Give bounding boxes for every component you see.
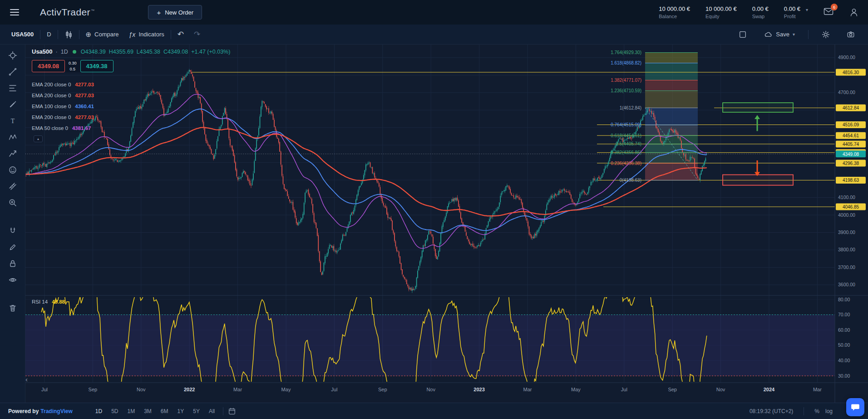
edit-tool-icon[interactable]	[5, 241, 20, 254]
range-1y[interactable]: 1Y	[174, 407, 188, 416]
account-summary: 10 000.00 € Balance 10 000.00 € Equity 0…	[659, 5, 859, 19]
price-axis-tag[interactable]: 4816.30	[836, 69, 866, 76]
drawing-tools-sidebar: T	[0, 45, 25, 403]
notification-badge: 6	[831, 4, 838, 10]
price-axis-tag[interactable]: 4198.63	[836, 177, 866, 184]
chart-type-button[interactable]	[59, 30, 78, 39]
timeframe-selector[interactable]: D	[42, 31, 56, 38]
forecast-tool-icon[interactable]	[5, 147, 20, 160]
fib-retracement-tool-icon[interactable]	[5, 82, 20, 95]
indicator-row[interactable]: EMA 100 close 04360.41	[32, 101, 94, 112]
fib-level-label: 1.764(4929.30)	[611, 50, 641, 55]
save-layout-button[interactable]: Save ▾	[759, 30, 800, 39]
go-to-date-button[interactable]	[228, 407, 236, 415]
emoji-tool-icon[interactable]	[5, 164, 20, 176]
down-arrow-annotation[interactable]	[755, 160, 760, 176]
supply-zone-rect[interactable]	[723, 103, 793, 112]
measure-tool-icon[interactable]	[5, 180, 20, 193]
ema-lines[interactable]	[26, 95, 707, 249]
notifications-button[interactable]: 6	[824, 7, 833, 17]
spread-indicator: 0.30 0.5	[65, 60, 80, 72]
demand-zone-rect[interactable]	[723, 175, 793, 185]
indicator-row[interactable]: EMA 200 close 04277.03	[32, 112, 94, 123]
ema-200-line	[26, 128, 707, 216]
xabcd-pattern-tool-icon[interactable]	[5, 131, 20, 144]
candlesticks[interactable]	[26, 69, 707, 293]
chart-area[interactable]: 1.764(4929.30)1.618(4868.82)1.382(4771.0…	[25, 45, 868, 403]
calendar-icon	[228, 407, 236, 415]
svg-text:4454.61: 4454.61	[843, 133, 859, 138]
log-scale-toggle[interactable]: log	[825, 408, 833, 414]
time-axis-label: Nov	[426, 387, 435, 392]
price-axis-tag[interactable]: 4349.08	[836, 150, 866, 157]
indicator-row[interactable]: EMA 50 close 04381.67	[32, 123, 94, 134]
clock[interactable]: 08:19:32 (UTC+2)	[750, 408, 793, 414]
trash-tool-icon[interactable]	[5, 302, 20, 314]
indicator-row[interactable]: EMA 200 close 04277.03	[32, 90, 94, 101]
fib-retracement-bands[interactable]	[645, 53, 698, 180]
price-axis-tick: 4700.00	[838, 90, 855, 95]
undo-icon[interactable]: ↶	[173, 30, 189, 39]
user-menu-button[interactable]	[849, 7, 859, 17]
settings-button[interactable]	[817, 30, 835, 39]
svg-text:4405.74: 4405.74	[843, 142, 859, 147]
layout-button[interactable]	[734, 30, 752, 39]
collapse-panel-handle[interactable]: ‹	[25, 375, 28, 383]
redo-icon[interactable]: ↷	[189, 30, 205, 39]
rsi-legend[interactable]: RSI 14 48.88	[32, 299, 65, 304]
text-tool-icon[interactable]: T	[5, 115, 20, 127]
price-axis-tag[interactable]: 4405.74	[836, 140, 866, 147]
time-axis-label: Nov	[716, 387, 725, 392]
market-open-indicator	[73, 50, 76, 54]
price-chart-canvas[interactable]: 1.764(4929.30)1.618(4868.82)1.382(4771.0…	[25, 45, 868, 403]
zoom-in-tool-icon[interactable]	[5, 196, 20, 209]
eye-tool-icon[interactable]	[5, 274, 20, 286]
sell-button[interactable]: 4349.08	[32, 60, 65, 72]
screenshot-button[interactable]	[842, 30, 860, 39]
range-3m[interactable]: 3M	[140, 407, 155, 416]
chart-legend[interactable]: Usa500 · 1D O4348.39 H4355.69 L4345.38 C…	[32, 48, 230, 55]
new-order-button[interactable]: + New Order	[148, 5, 202, 20]
range-1d[interactable]: 1D	[92, 407, 106, 416]
indicator-row[interactable]: EMA 200 close 04277.03	[32, 79, 94, 90]
up-arrow-annotation[interactable]	[755, 115, 760, 131]
range-5d[interactable]: 5D	[108, 407, 122, 416]
range-6m[interactable]: 6M	[157, 407, 172, 416]
trend-line-tool-icon[interactable]	[5, 65, 20, 78]
fib-level-label: 0(4198.63)	[620, 178, 641, 183]
svg-text:4198.63: 4198.63	[843, 178, 859, 183]
price-axis-tag[interactable]: 4516.09	[836, 121, 866, 128]
svg-text:4349.08: 4349.08	[843, 152, 859, 157]
compare-button[interactable]: ⊕ Compare	[81, 31, 124, 38]
bottom-bar: Powered byTradingView 1D 5D 1M 3M 6M 1Y …	[0, 403, 868, 419]
price-axis-tag[interactable]: 4296.38	[836, 160, 866, 167]
date-range-switcher: 1D 5D 1M 3M 6M 1Y 5Y All	[92, 407, 218, 416]
brush-tool-icon[interactable]	[5, 98, 20, 111]
range-5y[interactable]: 5Y	[189, 407, 203, 416]
account-dropdown-icon[interactable]: ▾	[806, 7, 808, 12]
time-axis-label: Mar	[813, 387, 822, 392]
menu-icon[interactable]	[10, 9, 19, 15]
percent-scale-toggle[interactable]: %	[814, 408, 819, 414]
lock-tool-icon[interactable]	[5, 257, 20, 270]
time-axis-label: May	[281, 387, 291, 392]
range-1m[interactable]: 1M	[124, 407, 139, 416]
range-all[interactable]: All	[205, 407, 218, 416]
time-axis[interactable]: JulSepNov2022MarMayJulSepNov2023MarMayJu…	[41, 387, 822, 392]
price-axis-tag[interactable]: 4046.85	[836, 204, 866, 210]
cloud-save-icon	[764, 30, 773, 39]
tradingview-link[interactable]: TradingView	[40, 408, 72, 414]
crosshair-tool-icon[interactable]	[5, 49, 20, 62]
price-axis-tick: 3700.00	[838, 264, 855, 270]
collapse-indicators-button[interactable]: ▴	[34, 135, 43, 142]
live-chat-button[interactable]	[846, 398, 864, 416]
buy-button[interactable]: 4349.38	[80, 60, 113, 72]
activtrader-app: ActivTrader™ + New Order 10 000.00 € Bal…	[0, 0, 868, 419]
legend-symbol: Usa500	[32, 48, 53, 55]
legend-open: O4348.39	[81, 49, 106, 55]
magnet-tool-icon[interactable]	[5, 224, 20, 237]
symbol-selector[interactable]: USA500	[6, 31, 39, 38]
indicators-button[interactable]: ƒx Indicators	[124, 31, 169, 38]
price-axis-tag[interactable]: 4612.84	[836, 105, 866, 111]
price-axis-tag[interactable]: 4454.61	[836, 132, 866, 139]
